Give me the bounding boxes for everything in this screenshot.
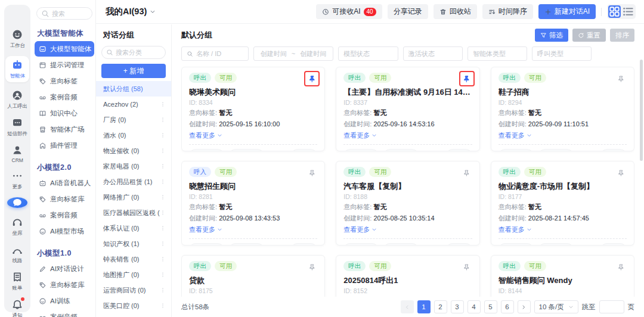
add-group-button[interactable]: + 新增 (101, 64, 166, 78)
view-more-link[interactable]: 查看更多 (189, 225, 317, 234)
rail-item-sms[interactable]: 短信部件 (5, 117, 29, 138)
group-search[interactable] (101, 46, 166, 59)
ai-card[interactable]: 呼出 可用 鞋子招商 ID: 8294 意向标签: 暂无 创建时间: 2025-… (491, 67, 634, 151)
group-item[interactable]: Acezhov (2) (96, 97, 171, 112)
page-button-5[interactable]: 5 (484, 300, 497, 313)
edit-button[interactable]: 编辑 (343, 243, 379, 245)
menu-item-意向标签[interactable]: 意向标签 (35, 73, 94, 89)
page-size-select[interactable]: 10 条/页 (534, 300, 578, 313)
delete-button[interactable]: 删除 (383, 243, 419, 245)
model-state-input[interactable] (343, 50, 393, 57)
more-button[interactable]: 更多 (446, 243, 472, 245)
prev-page-button[interactable] (401, 300, 414, 313)
edit-button[interactable]: 编辑 (189, 149, 224, 151)
more-vertical-icon[interactable] (160, 101, 166, 108)
edit-button[interactable]: 编辑 (499, 149, 534, 151)
time-sort-button[interactable]: 时间降序 (482, 4, 533, 19)
menu-item-AI训练[interactable]: AI训练 (35, 293, 94, 309)
create-time-range-filter[interactable]: 创建时间 ~ 创建时间 (253, 46, 333, 61)
pin-button[interactable] (460, 166, 473, 179)
more-vertical-icon[interactable] (160, 287, 166, 294)
create-dialog-ai-button[interactable]: 新建对话AI (538, 4, 596, 19)
menu-search-input[interactable] (52, 10, 88, 17)
my-ai-title[interactable]: 我的AI(93) (106, 6, 156, 17)
more-vertical-icon[interactable] (160, 225, 166, 232)
rail-item-crm[interactable]: CRM (5, 144, 29, 163)
edit-button[interactable]: 编辑 (343, 149, 379, 151)
more-vertical-icon[interactable] (160, 163, 166, 170)
menu-item-大模型智能体[interactable]: 大模型智能体 (35, 41, 94, 57)
name-id-filter[interactable] (181, 46, 249, 61)
group-item[interactable]: 网络推广 (0) (96, 189, 171, 205)
ai-card[interactable]: 呼出 可用 【主要】自用标准测试 9月16日 14:53 ID: 8337 意向… (336, 67, 479, 151)
menu-search[interactable] (36, 7, 92, 20)
more-vertical-icon[interactable] (160, 256, 166, 263)
next-page-button[interactable] (518, 300, 531, 313)
group-item[interactable]: 知识产权 (1) (96, 236, 171, 251)
more-vertical-icon[interactable] (160, 194, 166, 201)
active-state-filter[interactable] (403, 46, 463, 61)
edit-button[interactable]: 编辑 (189, 243, 224, 245)
agent-type-filter[interactable] (467, 46, 527, 61)
ai-card[interactable]: 呼出 可用 汽车客服【复制】 ID: 8188 意向标签: 暂无 创建时间: 2… (336, 161, 479, 245)
menu-item-提示词管理[interactable]: 提示词管理 (35, 57, 94, 73)
more-button[interactable]: 更多 (446, 149, 472, 151)
view-more-link[interactable]: 查看更多 (189, 131, 317, 140)
menu-item-案例音频[interactable]: 案例音频 (35, 309, 94, 317)
delete-button[interactable]: 删除 (383, 149, 419, 151)
group-item[interactable]: 办公用品租赁 (1) (96, 174, 171, 189)
group-item[interactable]: 厂房 (0) (96, 112, 171, 128)
menu-item-智能体广场[interactable]: 智能体广场 (35, 122, 94, 138)
menu-item-意向标签库[interactable]: 意向标签库 (35, 191, 94, 207)
rail-item-agent[interactable]: 智能体 (5, 56, 29, 82)
menu-item-案例音频[interactable]: 案例音频 (35, 207, 94, 223)
recycle-bin-button[interactable]: 回收站 (434, 4, 477, 19)
pin-button[interactable] (615, 72, 628, 85)
page-button-6[interactable]: 6 (501, 300, 514, 313)
call-type-input[interactable] (537, 50, 586, 57)
rail-item-more-dots[interactable]: 更多 (5, 170, 29, 191)
ai-card[interactable]: 呼出 可用 物业满意度-市场用【复制】 ID: 8177 意向标签: 暂无 创建… (491, 161, 634, 245)
delete-button[interactable]: 删除 (229, 149, 264, 151)
sort-button[interactable]: 排序 (610, 29, 634, 42)
group-item[interactable]: 酒水 (0) (96, 128, 171, 143)
view-more-link[interactable]: 查看更多 (343, 225, 472, 234)
edit-button[interactable]: 编辑 (499, 243, 534, 245)
model-state-filter[interactable] (338, 46, 398, 61)
reset-button[interactable]: 重置 (572, 29, 606, 42)
delete-button[interactable]: 删除 (229, 243, 264, 245)
share-records-button[interactable]: 分享记录 (388, 4, 428, 19)
rail-item-workbench[interactable]: 工作台 (5, 29, 29, 49)
ai-card[interactable]: 呼出 可用 晓琳美术顾问 ID: 8334 意向标签: 暂无 创建时间: 202… (181, 67, 325, 151)
grid-view-button[interactable] (608, 5, 621, 18)
more-vertical-icon[interactable] (160, 302, 166, 309)
menu-item-案例音频[interactable]: 案例音频 (35, 89, 94, 105)
group-item[interactable]: 默认分组 (58) (96, 81, 171, 97)
more-button[interactable]: 更多 (291, 243, 317, 245)
pin-button[interactable] (305, 72, 318, 85)
pin-button[interactable] (305, 166, 318, 179)
menu-item-AI对话设计[interactable]: AI对话设计 (35, 261, 94, 277)
more-vertical-icon[interactable] (160, 240, 166, 247)
pin-button[interactable] (460, 260, 473, 274)
scrollbar-thumb[interactable] (640, 60, 643, 161)
delete-button[interactable]: 删除 (538, 149, 574, 151)
group-item[interactable]: 物业催收 (0) (96, 143, 171, 158)
group-item[interactable]: 钟表销售 (0) (96, 251, 171, 267)
more-button[interactable]: 更多 (600, 243, 627, 245)
more-vertical-icon[interactable] (160, 147, 166, 154)
rail-item-bill[interactable]: 账单 (5, 271, 29, 292)
menu-item-意向标签库[interactable]: 意向标签库 (35, 277, 94, 293)
pin-button[interactable] (305, 260, 318, 274)
more-vertical-icon[interactable] (160, 209, 166, 216)
pin-button[interactable] (615, 166, 628, 179)
group-item[interactable]: 债务和解 (0) (96, 313, 171, 317)
chat-fab-button[interactable] (7, 197, 27, 208)
menu-item-AI模型市场[interactable]: AI模型市场 (35, 223, 94, 240)
page-button-2[interactable]: 2 (434, 300, 447, 313)
agent-type-input[interactable] (473, 50, 522, 57)
group-item[interactable]: 家居电器 (0) (96, 158, 171, 174)
menu-item-AI语音机器人[interactable]: AI语音机器人 (35, 175, 94, 191)
more-vertical-icon[interactable] (160, 116, 166, 123)
group-item[interactable]: 医美口腔 (0) (96, 298, 171, 313)
